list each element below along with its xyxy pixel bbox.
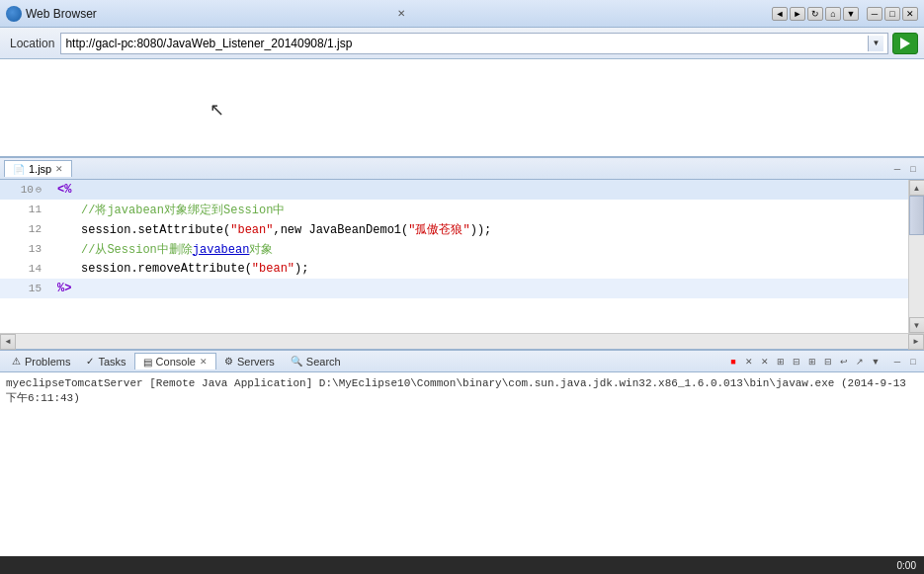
code-line-15: %>: [49, 279, 908, 298]
code-content[interactable]: <% //将javabean对象绑定到Session中 session.setA…: [49, 180, 908, 333]
bottom-btn4[interactable]: ⊞: [774, 355, 788, 369]
status-time: 0:00: [897, 560, 916, 571]
code-line-12: session.setAttribute("bean",new JavaBean…: [49, 219, 908, 239]
line-number-11: 11: [0, 200, 49, 219]
minimize-btn[interactable]: ─: [867, 7, 882, 21]
bottom-btn3[interactable]: ✕: [758, 355, 772, 369]
status-bar: 0:00: [0, 556, 924, 574]
scroll-down-btn[interactable]: ▼: [909, 317, 925, 333]
refresh-btn[interactable]: ↻: [807, 7, 823, 21]
problems-label: Problems: [25, 356, 70, 368]
console-label: Console: [156, 356, 196, 368]
code-vscrollbar[interactable]: ▲ ▼: [908, 180, 924, 333]
app-icon: [6, 6, 22, 22]
tab-file-icon: 📄: [13, 164, 25, 175]
home-btn[interactable]: ⌂: [825, 7, 841, 21]
title-bar: Web Browser ✕ ◄ ► ↻ ⌂ ▼ ─ □ ✕: [0, 0, 924, 28]
nav-fwd-btn[interactable]: ►: [790, 7, 805, 21]
line-number-12: 12: [0, 219, 49, 239]
browser-toolbar: Location ▼: [0, 28, 924, 59]
problems-icon: ⚠: [12, 356, 21, 367]
console-close[interactable]: ✕: [200, 357, 208, 367]
servers-label: Servers: [237, 356, 275, 368]
line-number-13: 13: [0, 239, 49, 259]
scroll-track[interactable]: [909, 196, 924, 317]
hscroll-right-btn[interactable]: ►: [908, 334, 924, 350]
console-server-info: myeclipseTomcatServer [Remote Java Appli…: [6, 376, 918, 407]
bottom-panel-controls: ■ ✕ ✕ ⊞ ⊟ ⊞ ⊟ ↩ ↗ ▼ ─ □: [726, 355, 920, 369]
tasks-icon: ✓: [86, 356, 94, 367]
hscroll-track[interactable]: [16, 334, 908, 349]
line-number-10: 10 ⊖: [0, 180, 49, 200]
location-label: Location: [10, 37, 54, 50]
bottom-tab-bar: ⚠ Problems ✓ Tasks ▤ Console ✕ ⚙ Servers…: [0, 351, 924, 372]
bottom-btn5[interactable]: ⊟: [790, 355, 803, 369]
editor-maximize-btn[interactable]: □: [906, 162, 920, 176]
bottom-stop-btn[interactable]: ■: [726, 355, 740, 369]
title-close-tab[interactable]: ✕: [397, 8, 405, 19]
editor-minimize-btn[interactable]: ─: [890, 162, 904, 176]
go-button[interactable]: [892, 33, 918, 54]
line-number-15: 15: [0, 279, 49, 298]
hscroll-left-btn[interactable]: ◄: [0, 334, 16, 350]
bottom-panel: ⚠ Problems ✓ Tasks ▤ Console ✕ ⚙ Servers…: [0, 351, 924, 574]
url-dropdown[interactable]: ▼: [868, 36, 883, 51]
code-line-14: session.removeAttribute("bean");: [49, 259, 908, 279]
code-line-10: <%: [49, 180, 908, 200]
console-icon: ▤: [143, 357, 152, 368]
bottom-btn7[interactable]: ⊟: [821, 355, 835, 369]
go-icon: [900, 38, 910, 49]
code-hscrollbar[interactable]: ◄ ►: [0, 333, 924, 349]
line-numbers: 10 ⊖ 11 12 13 14 15: [0, 180, 49, 333]
tasks-label: Tasks: [98, 356, 126, 368]
tab-close-btn[interactable]: ✕: [55, 164, 63, 174]
cursor: ↖: [210, 99, 224, 121]
scroll-up-btn[interactable]: ▲: [909, 180, 925, 196]
tab-servers[interactable]: ⚙ Servers: [216, 354, 283, 369]
code-area: 10 ⊖ 11 12 13 14 15 <% //将javabean对象绑定到S…: [0, 180, 924, 333]
editor-tab-bar: 📄 1.jsp ✕ ─ □: [0, 158, 924, 180]
editor-tab[interactable]: 📄 1.jsp ✕: [4, 160, 72, 177]
editor-controls: ─ □: [890, 162, 920, 176]
more-btn[interactable]: ▼: [843, 7, 859, 21]
bottom-btn6[interactable]: ⊞: [805, 355, 819, 369]
title-bar-buttons: ◄ ► ↻ ⌂ ▼ ─ □ ✕: [772, 7, 918, 21]
bottom-btn8[interactable]: ↩: [837, 355, 851, 369]
main-container: Web Browser ✕ ◄ ► ↻ ⌂ ▼ ─ □ ✕ Location ▼…: [0, 0, 924, 574]
maximize-btn[interactable]: □: [884, 7, 900, 21]
tab-problems[interactable]: ⚠ Problems: [4, 354, 78, 369]
bottom-btn10[interactable]: ▼: [869, 355, 882, 369]
editor-section: 📄 1.jsp ✕ ─ □ 10 ⊖ 11 12 13 14 15: [0, 158, 924, 351]
code-line-11: //将javabean对象绑定到Session中: [49, 200, 908, 219]
bottom-minimize[interactable]: ─: [890, 355, 904, 369]
tab-tasks[interactable]: ✓ Tasks: [78, 354, 133, 369]
servers-icon: ⚙: [224, 356, 233, 367]
bottom-btn2[interactable]: ✕: [742, 355, 756, 369]
app-title: Web Browser: [26, 7, 393, 21]
code-line-13: //从Session中删除javabean对象: [49, 239, 908, 259]
line-number-14: 14: [0, 259, 49, 279]
search-tab-icon: 🔍: [291, 356, 302, 367]
console-content: myeclipseTomcatServer [Remote Java Appli…: [0, 372, 924, 501]
scroll-thumb[interactable]: [909, 196, 924, 235]
url-input[interactable]: [65, 37, 868, 50]
tab-console[interactable]: ▤ Console ✕: [134, 353, 216, 369]
search-label: Search: [306, 356, 341, 368]
bottom-maximize[interactable]: □: [906, 355, 920, 369]
location-bar[interactable]: ▼: [60, 33, 888, 54]
tab-search[interactable]: 🔍 Search: [283, 354, 349, 369]
nav-back-btn[interactable]: ◄: [772, 7, 788, 21]
bottom-btn9[interactable]: ↗: [853, 355, 867, 369]
tab-label: 1.jsp: [29, 163, 51, 175]
browser-content: ↖: [0, 59, 924, 158]
close-btn[interactable]: ✕: [902, 7, 918, 21]
